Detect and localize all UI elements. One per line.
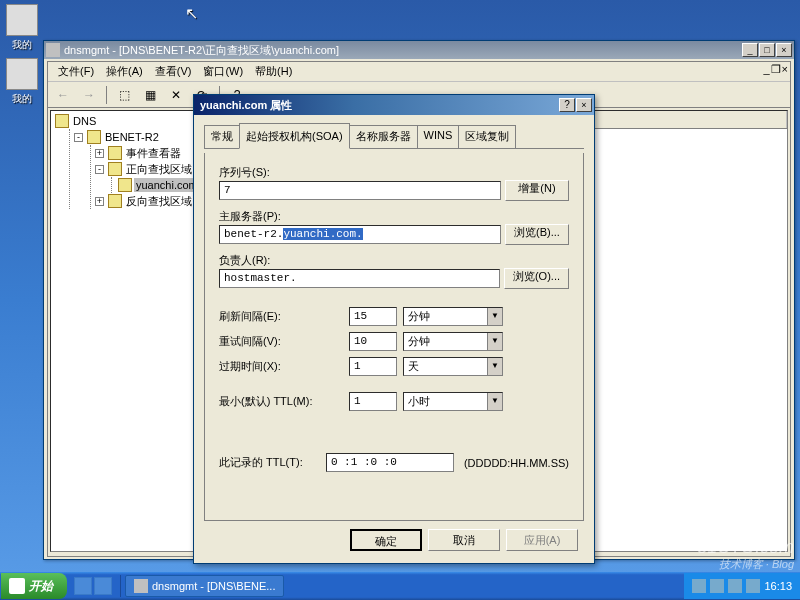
cancel-button[interactable]: 取消: [428, 529, 500, 551]
expand-toggle[interactable]: +: [95, 149, 104, 158]
menu-window[interactable]: 窗口(W): [197, 62, 249, 81]
tab-wins[interactable]: WINS: [417, 125, 460, 148]
responsible-input[interactable]: hostmaster.: [219, 269, 500, 288]
tab-soa[interactable]: 起始授权机构(SOA): [239, 123, 350, 149]
chevron-down-icon[interactable]: ▼: [487, 393, 502, 410]
refresh-label: 刷新间隔(E):: [219, 309, 349, 324]
zone-icon: [118, 178, 132, 192]
context-help-button[interactable]: ?: [559, 98, 575, 112]
expire-unit-combo[interactable]: 天▼: [403, 357, 503, 376]
zone-properties-dialog: yuanchi.com 属性 ? × 常规 起始授权机构(SOA) 名称服务器 …: [193, 94, 595, 564]
quick-launch: [74, 577, 112, 595]
start-button[interactable]: 开始: [1, 573, 67, 599]
tray-icon[interactable]: [692, 579, 706, 593]
folder-open-icon: [108, 162, 122, 176]
dialog-title: yuanchi.com 属性: [196, 98, 559, 113]
child-minimize-button[interactable]: _: [763, 63, 769, 76]
dialog-titlebar[interactable]: yuanchi.com 属性 ? ×: [194, 95, 594, 115]
minttl-label: 最小(默认) TTL(M):: [219, 394, 349, 409]
up-button[interactable]: ⬚: [113, 84, 135, 106]
browse-responsible-button[interactable]: 浏览(O)...: [504, 268, 569, 289]
expire-label: 过期时间(X):: [219, 359, 349, 374]
menu-action[interactable]: 操作(A): [100, 62, 149, 81]
browse-primary-button[interactable]: 浏览(B)...: [505, 224, 569, 245]
expand-toggle[interactable]: +: [95, 197, 104, 206]
menu-file[interactable]: 文件(F): [52, 62, 100, 81]
refresh-input[interactable]: 15: [349, 307, 397, 326]
responsible-label: 负责人(R):: [219, 253, 569, 268]
windows-icon: [9, 578, 25, 594]
primary-server-input[interactable]: benet-r2.yuanchi.com.: [219, 225, 501, 244]
minttl-unit-combo[interactable]: 小时▼: [403, 392, 503, 411]
desktop-icon[interactable]: 我的: [2, 4, 42, 52]
app-icon: [134, 579, 148, 593]
expire-input[interactable]: 1: [349, 357, 397, 376]
desktop-icon[interactable]: 我的: [2, 58, 42, 106]
menubar: 文件(F) 操作(A) 查看(V) 窗口(W) 帮助(H): [48, 62, 790, 82]
minimize-button[interactable]: _: [742, 43, 758, 57]
child-restore-button[interactable]: ❐: [771, 63, 781, 76]
tree-server[interactable]: - BENET-R2: [74, 129, 205, 145]
tree-root[interactable]: DNS: [53, 113, 205, 129]
clock[interactable]: 16:13: [764, 580, 792, 592]
tree-forward-zones[interactable]: - 正向查找区域: [95, 161, 205, 177]
serial-label: 序列号(S):: [219, 165, 569, 180]
folder-icon: [108, 194, 122, 208]
recttl-label: 此记录的 TTL(T):: [219, 455, 326, 470]
expand-toggle[interactable]: -: [95, 165, 104, 174]
menu-view[interactable]: 查看(V): [149, 62, 198, 81]
delete-button[interactable]: ✕: [165, 84, 187, 106]
computer-icon: [6, 58, 38, 90]
tree-pane[interactable]: DNS - BENET-R2 + 事件查看器: [50, 110, 208, 552]
mouse-cursor-icon: ↖: [185, 4, 198, 23]
ql-desktop-icon[interactable]: [94, 577, 112, 595]
tab-strip: 常规 起始授权机构(SOA) 名称服务器 WINS 区域复制: [204, 123, 584, 149]
taskbar-task-dnsmgmt[interactable]: dnsmgmt - [DNS\BENE...: [125, 575, 284, 597]
tab-ns[interactable]: 名称服务器: [349, 125, 418, 148]
dns-icon: [55, 114, 69, 128]
server-icon: [87, 130, 101, 144]
chevron-down-icon[interactable]: ▼: [487, 308, 502, 325]
refresh-unit-combo[interactable]: 分钟▼: [403, 307, 503, 326]
retry-unit-combo[interactable]: 分钟▼: [403, 332, 503, 351]
mdi-titlebar[interactable]: dnsmgmt - [DNS\BENET-R2\正向查找区域\yuanchi.c…: [44, 41, 794, 59]
menu-help[interactable]: 帮助(H): [249, 62, 298, 81]
folder-icon: [108, 146, 122, 160]
tray-icon[interactable]: [746, 579, 760, 593]
chevron-down-icon[interactable]: ▼: [487, 358, 502, 375]
retry-label: 重试间隔(V):: [219, 334, 349, 349]
child-close-button[interactable]: ×: [782, 63, 788, 76]
serial-input[interactable]: 7: [219, 181, 501, 200]
dialog-close-button[interactable]: ×: [576, 98, 592, 112]
expand-toggle[interactable]: -: [74, 133, 83, 142]
mdi-title: dnsmgmt - [DNS\BENET-R2\正向查找区域\yuanchi.c…: [64, 43, 742, 58]
recttl-input[interactable]: 0 :1 :0 :0: [326, 453, 454, 472]
forward-button: →: [78, 84, 100, 106]
system-tray[interactable]: 16:13: [684, 573, 800, 599]
primary-label: 主服务器(P):: [219, 209, 569, 224]
tree-event-viewer[interactable]: + 事件查看器: [95, 145, 205, 161]
back-button: ←: [52, 84, 74, 106]
mail-icon: [6, 4, 38, 36]
ok-button[interactable]: 确定: [350, 529, 422, 551]
properties-button[interactable]: ▦: [139, 84, 161, 106]
taskbar: 开始 dnsmgmt - [DNS\BENE... 16:13: [0, 572, 800, 600]
tab-general[interactable]: 常规: [204, 125, 240, 148]
close-button[interactable]: ×: [776, 43, 792, 57]
watermark: 51CTO.com 技术博客 · Blog: [697, 538, 794, 570]
tree-zone-yuanchi[interactable]: yuanchi.com: [116, 177, 205, 193]
tab-zone-transfer[interactable]: 区域复制: [458, 125, 516, 148]
tray-icon[interactable]: [728, 579, 742, 593]
app-icon: [46, 43, 60, 57]
tray-icon[interactable]: [710, 579, 724, 593]
tab-panel-soa: 序列号(S): 7 增量(N) 主服务器(P): benet-r2.yuanch…: [204, 153, 584, 521]
minttl-input[interactable]: 1: [349, 392, 397, 411]
chevron-down-icon[interactable]: ▼: [487, 333, 502, 350]
maximize-button[interactable]: □: [759, 43, 775, 57]
ql-ie-icon[interactable]: [74, 577, 92, 595]
increment-button[interactable]: 增量(N): [505, 180, 569, 201]
tree-reverse-zones[interactable]: + 反向查找区域: [95, 193, 205, 209]
apply-button: 应用(A): [506, 529, 578, 551]
retry-input[interactable]: 10: [349, 332, 397, 351]
recttl-hint: (DDDDD:HH.MM.SS): [464, 457, 569, 469]
